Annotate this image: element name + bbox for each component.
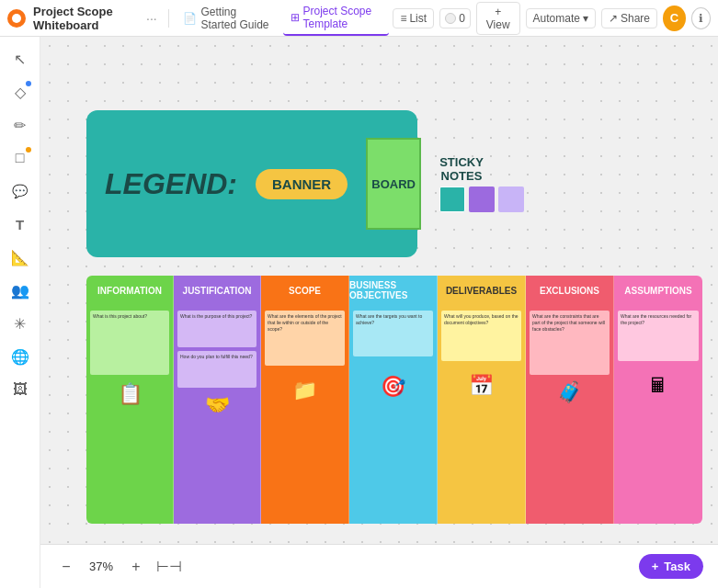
sidebar-asterisk-tool[interactable]: ✳ — [6, 309, 35, 338]
legend-box: LEGEND: BANNER BOARD STICKY NOTES — [86, 110, 417, 257]
sidebar-globe-tool[interactable]: 🌐 — [6, 342, 35, 371]
legend-sticky-notes — [439, 187, 524, 212]
sidebar-comment-tool[interactable]: 💬 — [6, 176, 35, 206]
list-button[interactable]: ≡ List — [393, 8, 434, 28]
automate-button[interactable]: Automate ▾ — [526, 8, 596, 28]
logo — [7, 9, 26, 28]
topbar: Project Scope Whiteboard ··· 📄 Getting S… — [0, 0, 718, 37]
sticky-exclusions-1[interactable]: What are the constraints that are part o… — [530, 311, 610, 375]
topbar-divider — [168, 9, 169, 28]
sidebar-cursor-tool[interactable]: ↖ — [6, 44, 35, 74]
topbar-more-button[interactable]: ··· — [146, 11, 157, 26]
sticky-information-1[interactable]: What is this project about? — [90, 311, 169, 375]
tab-project-scope-template[interactable]: ⊞ Project Scope Template — [283, 0, 390, 36]
sidebar-shapes-tool[interactable]: ◇ — [6, 77, 35, 107]
col-body-information: What is this project about? 📋 — [86, 305, 174, 524]
sticky-deliverables-1[interactable]: What will you produce, based on the docu… — [441, 311, 521, 361]
task-button[interactable]: + Task — [639, 554, 703, 579]
avatar[interactable]: C — [663, 6, 686, 31]
column-headers: INFORMATION JUSTIFICATION SCOPE BUSINESS… — [86, 276, 702, 305]
target-icon: 🎯 — [381, 375, 405, 399]
share-icon: ↗ — [609, 12, 618, 25]
col-header-deliverables: DELIVERABLES — [438, 276, 526, 305]
topbar-right: ≡ List 0 + View Automate ▾ ↗ Share C ℹ — [393, 2, 711, 35]
sidebar-rectangle-tool[interactable]: □ — [6, 143, 35, 173]
chevron-down-icon: ▾ — [583, 12, 588, 25]
sticky-justification-2[interactable]: How do you plan to fulfill this need? — [177, 351, 256, 388]
col-header-exclusions: EXCLUSIONS — [526, 276, 614, 305]
workspace-title: Project Scope Whiteboard — [33, 5, 139, 32]
sticky-sample-lavender — [498, 187, 524, 212]
sidebar: ↖ ◇ ✏ □ 💬 T 📐 👥 ✳ 🌐 🖼 — [0, 37, 40, 588]
zoom-out-button[interactable]: − — [55, 556, 77, 578]
legend-title: LEGEND: — [105, 167, 237, 201]
sticky-scope-1[interactable]: What are the elements of the project tha… — [265, 311, 345, 366]
legend-sticky-label: STICKY NOTES — [439, 155, 484, 183]
list-icon: ≡ — [400, 12, 406, 25]
col-body-justification: What is the purpose of this project? How… — [174, 305, 261, 524]
zoom-level: 37% — [85, 560, 118, 573]
col-header-scope: SCOPE — [261, 276, 349, 305]
sticky-objectives-1[interactable]: What are the targets you want to achieve… — [353, 311, 433, 356]
legend-board: BOARD — [366, 138, 421, 230]
col-header-information: INFORMATION — [86, 276, 174, 305]
col-header-objectives: BUSINESS OBJECTIVES — [349, 276, 438, 305]
sidebar-people-tool[interactable]: 👥 — [6, 276, 35, 305]
sticky-justification-1[interactable]: What is the purpose of this project? — [177, 311, 256, 347]
task-label: Task — [664, 560, 690, 573]
fit-icon: ⊢⊣ — [156, 558, 182, 575]
folder-icon: 📁 — [292, 379, 317, 402]
share-button[interactable]: ↗ Share — [601, 8, 657, 28]
info-icon[interactable]: ℹ — [691, 7, 711, 29]
column-bodies: What is this project about? 📋 What is th… — [86, 305, 702, 524]
sticky-sample-purple — [469, 187, 495, 212]
calendar-icon: 📅 — [469, 374, 494, 398]
view-count-button[interactable]: 0 — [439, 8, 471, 28]
grid-icon: ⊞ — [291, 11, 300, 24]
add-view-button[interactable]: + View — [476, 2, 520, 35]
calculator-icon: 🖩 — [648, 374, 668, 398]
bottombar: − 37% + ⊢⊣ + Task — [40, 544, 718, 588]
col-body-assumptions: What are the resources needed for the pr… — [614, 305, 702, 524]
legend-sticky-area: STICKY NOTES — [439, 155, 524, 212]
zoom-fit-button[interactable]: ⊢⊣ — [154, 556, 184, 578]
zoom-in-button[interactable]: + — [125, 556, 147, 578]
tab-getting-started[interactable]: 📄 Getting Started Guide — [176, 0, 279, 36]
automate-label: Automate — [533, 12, 580, 25]
doc-icon: 📄 — [183, 12, 197, 25]
task-plus-icon: + — [652, 560, 659, 573]
board-area: INFORMATION JUSTIFICATION SCOPE BUSINESS… — [86, 276, 702, 524]
clipboard-icon: 📋 — [118, 382, 142, 406]
col-body-exclusions: What are the constraints that are part o… — [526, 305, 614, 524]
col-body-scope: What are the elements of the project tha… — [261, 305, 349, 524]
sidebar-pen-tool[interactable]: ✏ — [6, 110, 35, 140]
sidebar-ruler-tool[interactable]: 📐 — [6, 243, 35, 272]
luggage-icon: 🧳 — [557, 380, 582, 404]
legend-banner: BANNER — [256, 169, 348, 199]
sticky-assumptions-1[interactable]: What are the resources needed for the pr… — [618, 311, 699, 361]
sidebar-text-tool[interactable]: T — [6, 209, 35, 239]
col-header-justification: JUSTIFICATION — [174, 276, 261, 305]
sticky-sample-teal — [439, 187, 465, 212]
sidebar-image-tool[interactable]: 🖼 — [6, 375, 35, 404]
handshake-icon: 🤝 — [205, 393, 230, 417]
canvas[interactable]: LEGEND: BANNER BOARD STICKY NOTES INFORM… — [40, 37, 718, 588]
col-header-assumptions: ASSUMPTIONS — [614, 276, 702, 305]
col-body-objectives: What are the targets you want to achieve… — [349, 305, 438, 524]
col-body-deliverables: What will you produce, based on the docu… — [438, 305, 526, 524]
